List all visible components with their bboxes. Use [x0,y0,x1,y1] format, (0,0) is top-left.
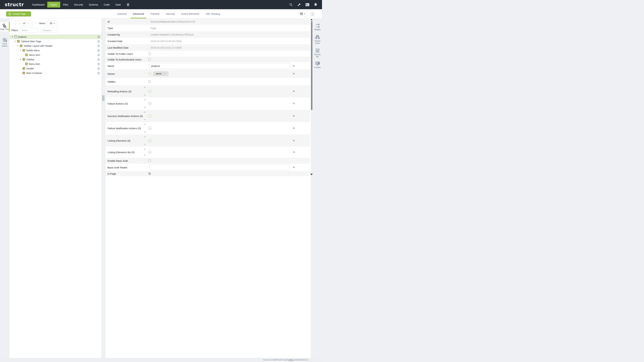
sidebar-tab-widgets[interactable]: Widgets [313,23,322,31]
filter-name-input[interactable] [20,28,38,33]
nav-item-schema[interactable]: Schema [86,2,101,7]
remove-owner-icon[interactable]: ✕ [164,72,166,75]
tab-url-routing[interactable]: URL Routing [204,9,222,18]
collapse-toggle-icon[interactable]: ▼ [20,50,22,51]
create-page-button[interactable]: Create Page ▼ [6,11,31,16]
nav-item-files[interactable]: Files [60,2,71,7]
collapse-up-icon[interactable] [144,148,146,149]
tab-advanced[interactable]: Advanced [131,9,146,18]
search-icon[interactable] [289,3,293,7]
scrollbar-down-icon[interactable] [310,174,313,175]
collapse-toggle-icon[interactable]: ▼ [14,40,17,42]
add-item-icon[interactable]: + [148,114,152,117]
hidden-checkbox[interactable] [148,80,151,83]
add-item-icon[interactable]: + [148,102,152,105]
clear-field-icon[interactable]: ✕ [292,102,296,105]
template-icon [22,72,25,74]
lock-icon[interactable] [98,53,100,56]
expand-down-icon[interactable] [144,144,146,145]
lock-icon[interactable] [98,40,100,43]
collapse-up-icon[interactable] [144,123,146,125]
add-item-icon[interactable]: + [148,90,152,93]
tab-general[interactable]: General [116,9,129,18]
tree-row-page[interactable]: ▼ projects [10,34,101,39]
nav-item-data[interactable]: Data [112,2,124,7]
next-page-icon[interactable]: › [33,21,36,25]
nav-item-code[interactable]: Code [101,2,112,7]
expand-down-icon[interactable] [144,132,146,133]
clear-field-icon[interactable]: ✕ [292,64,296,67]
current-page[interactable]: 1 [18,22,21,25]
sidebar-tab-preview[interactable]: Preview [313,61,322,68]
prev-page-icon[interactable]: ‹ [12,21,15,25]
lock-icon[interactable] [98,71,100,74]
lock-icon[interactable] [98,35,100,38]
info-icon[interactable]: i [310,12,314,16]
lock-icon[interactable] [98,58,100,61]
expand-down-icon[interactable] [144,107,146,108]
lock-icon[interactable] [98,67,100,70]
tree-row-template[interactable]: ▼ Sidebar [10,57,101,62]
sidebar-tab-translations[interactable]: Trans- lations [0,36,10,48]
nav-item-dashboard[interactable]: Dashboard [29,2,47,7]
add-item-icon[interactable]: + [148,151,152,154]
tree-row-template[interactable]: Menu Item [10,62,101,66]
bell-icon[interactable] [314,3,318,7]
enable-basic-auth-checkbox[interactable] [148,160,151,162]
scrollbar-thumb[interactable] [311,21,312,110]
filter-category-input[interactable] [40,28,57,33]
clear-field-icon[interactable]: ✕ [292,127,296,130]
add-item-icon[interactable]: + [148,127,152,130]
page-indicator[interactable]: 1 of 1 [15,21,33,26]
collapse-toggle-icon[interactable]: ▼ [17,45,20,46]
sidebar-tab-page-tree[interactable]: Page Tree [0,22,10,31]
clear-field-icon[interactable]: ✕ [292,114,296,117]
menu-icon[interactable] [125,2,131,7]
tab-security[interactable]: Security [164,9,177,18]
tree-row-template[interactable]: Main Container [10,71,101,75]
name-input[interactable] [149,63,290,69]
collapse-toggle-icon[interactable]: ▼ [20,59,22,60]
add-owner-icon[interactable]: + [148,72,152,75]
basic-auth-realm-input[interactable] [149,165,290,170]
lock-icon[interactable] [98,44,100,47]
lock-icon[interactable] [98,62,100,65]
pane-resize-handle[interactable] [102,95,104,101]
field-label: Linking Elements Ids (0) [108,151,134,154]
sidebar-tab-recycle-bin[interactable]: Recycle Bin [313,48,322,58]
visible-to-authenticated-users-checkbox[interactable] [148,58,151,61]
lock-icon[interactable] [98,49,100,52]
add-item-icon[interactable]: + [148,139,152,142]
collapse-toggle-icon[interactable]: ▼ [12,36,14,37]
clear-field-icon[interactable]: ✕ [292,72,296,75]
scrollbar-up-icon[interactable] [310,19,312,20]
nav-item-pages[interactable]: Pages [47,2,60,7]
collapse-up-icon[interactable] [144,136,146,137]
items-per-page-select[interactable]: 25 ▼ [47,21,57,26]
owner-chip[interactable]: admin ✕ [153,71,168,76]
clear-field-icon[interactable]: ✕ [292,139,296,142]
tree-row-template[interactable]: ▼ Tailwind Main Page [10,39,101,43]
tab-preview[interactable]: Preview [148,9,162,18]
page-settings-button[interactable]: ▼ [298,11,307,16]
nav-item-security[interactable]: Security [71,2,86,7]
clear-field-icon[interactable]: ✕ [292,151,296,154]
sidebar-tab-shared-components[interactable]: Shared Comp. [313,35,322,44]
shared-components-icon [315,35,320,39]
terminal-icon[interactable] [306,3,310,7]
expand-down-icon[interactable] [144,155,146,156]
tree-row-template[interactable]: ▼ Mobile Menu [10,48,101,53]
clear-field-icon[interactable]: ✕ [292,90,296,93]
tab-active-elements[interactable]: Active Elements [179,9,202,18]
collapse-up-icon[interactable] [144,99,146,100]
collapse-up-icon[interactable] [144,87,146,88]
tree-row-template[interactable]: ▼ Sidebar Layout with Header [10,43,101,48]
tree-row-template[interactable]: Menu Item [10,53,101,57]
tree-row-template[interactable]: Header [10,66,101,71]
expand-down-icon[interactable] [144,94,146,96]
visible-to-public-users-checkbox[interactable] [148,53,151,55]
clear-field-icon[interactable]: ✕ [292,166,296,169]
wrench-icon[interactable] [297,3,301,7]
expand-down-icon[interactable] [144,119,146,120]
collapse-up-icon[interactable] [144,111,146,113]
